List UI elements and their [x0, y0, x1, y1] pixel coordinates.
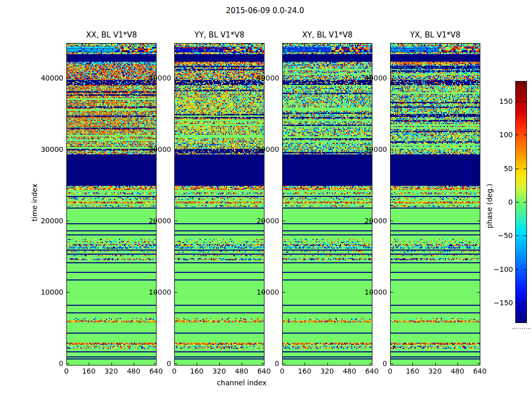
x-tick-label: 0	[55, 368, 78, 375]
colorbar-extend-dots	[512, 328, 530, 329]
colorbar-tick	[523, 269, 526, 270]
colorbar-tick	[516, 135, 519, 135]
x-tick-label: 160	[185, 368, 208, 375]
x-tick-label: 480	[231, 368, 253, 375]
colorbar-tick	[523, 135, 526, 135]
colorbar-tick-label: 100	[493, 131, 513, 139]
y-tick-label: 30000	[34, 146, 63, 153]
colorbar-tick	[523, 303, 526, 303]
y-tick-label: 20000	[250, 217, 279, 225]
y-tick-label: 30000	[358, 146, 387, 153]
x-tick-label: 480	[446, 368, 469, 375]
x-tick-label: 320	[208, 368, 231, 375]
y-tick-label: 30000	[142, 146, 171, 153]
x-tick-label: 480	[338, 368, 361, 375]
panel-title: YX, BL V1*V8	[410, 30, 461, 39]
y-tick-label: 40000	[250, 74, 279, 82]
y-tick-label: 20000	[142, 217, 171, 225]
colorbar-tick-label: 0	[493, 198, 513, 206]
colorbar-tick	[516, 202, 519, 202]
colorbar-tick	[516, 269, 519, 270]
x-tick-label: 160	[293, 368, 316, 375]
y-axis-label: time index	[30, 184, 39, 221]
y-tick-label: 20000	[358, 217, 387, 225]
x-tick-label: 0	[271, 368, 293, 375]
colorbar-tick	[523, 235, 526, 236]
y-tick-label: 0	[142, 360, 171, 368]
y-tick-label: 0	[34, 360, 63, 368]
colorbar-tick	[516, 303, 519, 303]
colorbar-tick	[516, 101, 519, 102]
x-axis-label: channel index	[217, 379, 267, 387]
y-tick-label: 40000	[358, 74, 387, 82]
y-tick-label: 20000	[34, 217, 63, 225]
x-tick-label: 0	[379, 368, 401, 375]
x-tick-label: 160	[401, 368, 424, 375]
colorbar-tick	[523, 202, 526, 202]
y-tick-label: 0	[358, 360, 387, 368]
colorbar-tick-label: −100	[493, 266, 513, 273]
colorbar-tick	[523, 101, 526, 102]
heatmap-canvas	[282, 43, 372, 366]
colorbar-tick	[516, 235, 519, 236]
figure: 2015-06-09 0.0-24.0 time index channel i…	[0, 0, 532, 405]
x-tick-label: 640	[469, 368, 491, 375]
panel-title: XY, BL V1*V8	[302, 30, 353, 39]
x-tick-label: 320	[316, 368, 338, 375]
heatmap-canvas	[174, 43, 264, 366]
panel-title: YY, BL V1*V8	[195, 30, 244, 39]
colorbar-tick-label: −150	[493, 299, 513, 307]
colorbar-tick	[516, 169, 519, 169]
x-tick-label: 0	[163, 368, 185, 375]
x-tick-label: 320	[100, 368, 123, 375]
colorbar-tick-label: 150	[493, 98, 513, 105]
figure-title: 2015-06-09 0.0-24.0	[226, 6, 305, 15]
heatmap-canvas	[390, 43, 480, 366]
y-tick-label: 10000	[34, 289, 63, 296]
colorbar-tick-label: 50	[493, 165, 513, 173]
colorbar-tick-label: −50	[493, 232, 513, 239]
y-tick-label: 0	[250, 360, 279, 368]
panel-title: XX, BL V1*V8	[86, 30, 137, 39]
x-tick-label: 320	[424, 368, 446, 375]
colorbar-minor-ticks	[517, 83, 525, 86]
colorbar-tick	[523, 169, 526, 169]
y-tick-label: 10000	[358, 289, 387, 296]
y-tick-label: 10000	[142, 289, 171, 296]
x-tick-label: 160	[78, 368, 100, 375]
x-tick-label: 480	[123, 368, 145, 375]
colorbar-label: phase (deg.)	[485, 171, 493, 241]
y-tick-label: 30000	[250, 146, 279, 153]
y-tick-label: 10000	[250, 289, 279, 296]
heatmap-canvas	[66, 43, 157, 366]
y-tick-label: 40000	[142, 74, 171, 82]
y-tick-label: 40000	[34, 74, 63, 82]
